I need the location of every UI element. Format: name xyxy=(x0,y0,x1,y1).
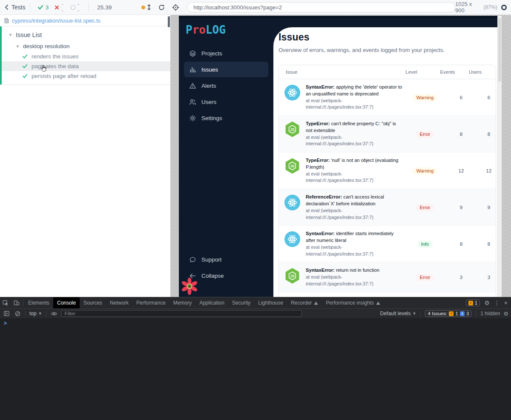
test-name: paginates the data xyxy=(32,63,79,69)
level-cell: Warning xyxy=(403,93,447,101)
sidebar-item-label: Alerts xyxy=(201,83,216,89)
divider xyxy=(420,311,421,316)
devtools-settings-icon[interactable]: ⚙ xyxy=(484,300,490,306)
test-row[interactable]: renders the issues xyxy=(2,52,170,61)
level-badge: Warning xyxy=(413,94,438,101)
tab-label: Elements xyxy=(28,300,49,306)
react-icon xyxy=(284,85,300,101)
sidebar-item-users[interactable]: Users xyxy=(184,94,268,109)
info-count: 3 xyxy=(466,311,469,316)
arrows-updown-icon xyxy=(147,4,151,11)
test-name: renders the issues xyxy=(32,53,78,60)
issue-row[interactable]: ReferenceError: can't access lexical dec… xyxy=(279,189,496,225)
file-icon xyxy=(4,18,9,23)
tab-recorder[interactable]: Recorder xyxy=(287,297,322,308)
sidebar-item-alerts[interactable]: Alerts xyxy=(184,78,268,93)
refresh-icon[interactable] xyxy=(158,4,165,11)
clear-console-icon[interactable] xyxy=(14,311,21,316)
issue-row[interactable]: JSTypeError: can't define property C: "o… xyxy=(279,115,496,152)
eye-icon[interactable] xyxy=(50,311,58,316)
level-badge: Info xyxy=(417,241,433,248)
viewport-ring-icon xyxy=(501,5,507,10)
issues-counter-button[interactable]: ! 1 xyxy=(466,299,480,306)
viewport-scale: (87%) xyxy=(483,4,497,10)
level-badge: Error xyxy=(416,131,434,138)
users-count: 9 xyxy=(475,205,496,210)
mouse-cursor-icon xyxy=(40,65,47,72)
issue-warning-icon: ! xyxy=(468,301,473,305)
pending-stat: -- xyxy=(71,1,81,14)
passed-stat: 3 xyxy=(37,4,49,11)
log-levels-selector[interactable]: Default levels ▼ xyxy=(380,311,416,316)
tab-lighthouse[interactable]: Lighthouse xyxy=(254,297,287,308)
viewport-size: 1025 x 900 xyxy=(455,1,481,14)
test-row[interactable]: paginates the data xyxy=(2,61,170,71)
tab-console[interactable]: Console xyxy=(53,297,80,308)
error-stack: at eval (webpack-internal:///./pages/ind… xyxy=(306,171,403,184)
tab-security[interactable]: Security xyxy=(228,297,254,308)
selector-playground-icon[interactable] xyxy=(172,4,179,11)
tab-application[interactable]: Application xyxy=(195,297,228,308)
issue-row[interactable]: JSTypeError: 'null' is not an object (ev… xyxy=(279,152,496,189)
info-count-icon: i xyxy=(460,311,465,316)
app-scrollbar[interactable] xyxy=(497,16,502,297)
console-sidebar-icon[interactable] xyxy=(3,311,10,316)
sidebar-item-projects[interactable]: Projects xyxy=(184,46,268,61)
spec-path-link[interactable]: cypress/integration/issue-list.spec.ts xyxy=(12,17,100,24)
device-toolbar-icon[interactable] xyxy=(11,297,22,308)
tab-sources[interactable]: Sources xyxy=(80,297,106,308)
context-selector[interactable]: top ▼ xyxy=(29,311,42,316)
reporter-scrollbar[interactable] xyxy=(168,16,170,27)
tab-network[interactable]: Network xyxy=(106,297,132,308)
tab-label: Performance xyxy=(136,300,166,306)
devtools-panel: ElementsConsoleSourcesNetworkPerformance… xyxy=(0,297,511,420)
tab-elements[interactable]: Elements xyxy=(24,297,53,308)
error-message: return not in function xyxy=(336,268,379,273)
events-count: 6 xyxy=(447,95,475,100)
close-devtools-icon[interactable]: × xyxy=(504,300,508,306)
inspect-element-icon[interactable] xyxy=(0,297,11,308)
tab-performance-insights[interactable]: Performance insights xyxy=(322,297,384,308)
sidebar-item-issues[interactable]: Issues xyxy=(184,62,268,77)
sidebar-item-label: Settings xyxy=(201,115,222,121)
chevron-down-icon: ▼ xyxy=(38,311,42,316)
tab-memory[interactable]: Memory xyxy=(169,297,195,308)
events-count: 12 xyxy=(447,168,475,173)
url-input[interactable]: http://localhost:3000/issues?page=2 xyxy=(187,2,455,12)
console-output[interactable]: > xyxy=(0,318,511,420)
issue-text: SyntaxError: identifier starts immediate… xyxy=(306,230,403,257)
console-filter-input[interactable] xyxy=(61,310,302,317)
issue-row[interactable]: SyntaxError: identifier starts immediate… xyxy=(279,225,496,262)
chevron-left-icon xyxy=(4,4,9,10)
tab-performance[interactable]: Performance xyxy=(132,297,169,308)
divider xyxy=(46,311,46,316)
alert-triangle-icon xyxy=(189,82,196,89)
issues-label: 4 Issues: xyxy=(428,311,447,316)
issue-text: SyntaxError: applying the 'delete' opera… xyxy=(306,84,403,111)
divider xyxy=(25,311,26,316)
suite-issue-list[interactable]: ▼ Issue List xyxy=(2,29,170,40)
viewport-sync-toggle[interactable] xyxy=(141,4,151,11)
issue-cell: JSSyntaxError: return not in functionat … xyxy=(279,267,403,287)
passed-check-icon xyxy=(22,64,28,69)
issue-cell: SyntaxError: identifier starts immediate… xyxy=(279,230,403,257)
nodejs-icon: JS xyxy=(284,268,300,284)
back-to-tests-button[interactable]: Tests xyxy=(4,4,26,11)
sidebar-item-label: Projects xyxy=(201,50,222,57)
test-row[interactable]: persists page after reload xyxy=(2,71,170,81)
issue-row[interactable]: JSSyntaxError: return not in functionat … xyxy=(279,262,496,292)
passed-count: 3 xyxy=(46,4,49,11)
failed-count: -- xyxy=(61,1,65,14)
console-settings-icon[interactable]: ⚙ xyxy=(503,311,508,316)
test-duration: 25.39 xyxy=(97,4,112,11)
issues-summary-button[interactable]: 4 Issues: ! 1 i 3 xyxy=(425,310,471,317)
suite-title: Issue List xyxy=(16,32,42,38)
sidebar-item-support[interactable]: Support xyxy=(184,252,268,267)
sidebar-item-settings[interactable]: Settings xyxy=(184,110,268,126)
devtools-tab-bar: ElementsConsoleSourcesNetworkPerformance… xyxy=(0,297,511,308)
issue-row[interactable]: Error: Permission denied to access prope… xyxy=(279,292,496,297)
issue-row[interactable]: SyntaxError: applying the 'delete' opera… xyxy=(279,79,496,115)
issue-title: ReferenceError: can't access lexical dec… xyxy=(306,194,403,207)
kebab-menu-icon[interactable]: ⋮ xyxy=(494,300,500,306)
suite-desktop-resolution[interactable]: ▼ desktop resolution xyxy=(2,40,170,52)
